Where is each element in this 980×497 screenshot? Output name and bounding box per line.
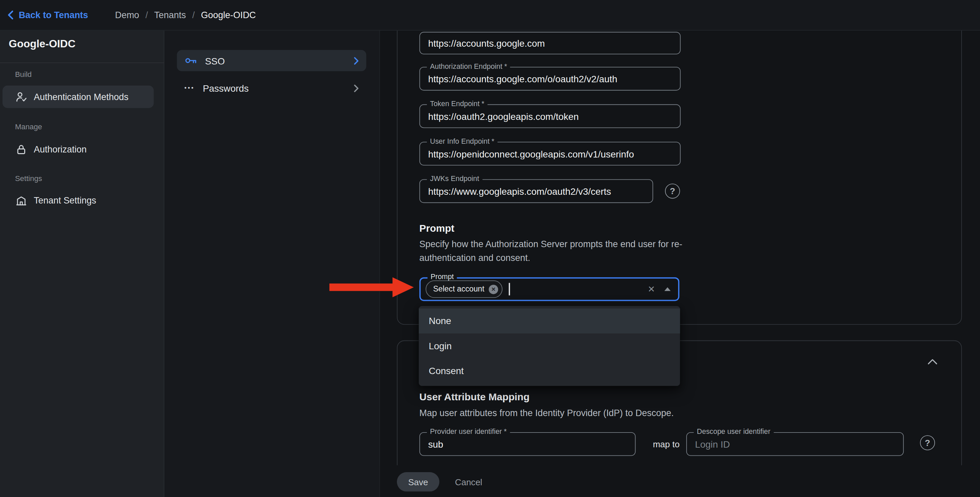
breadcrumb-separator: / — [146, 10, 148, 20]
authorization-endpoint-field[interactable]: Authorization Endpoint * — [419, 67, 681, 91]
map-to-label: map to — [647, 432, 686, 456]
user-info-endpoint-field[interactable]: User Info Endpoint * — [419, 142, 681, 165]
chevron-right-icon — [354, 56, 359, 65]
method-item-passwords[interactable]: ••• Passwords — [177, 78, 366, 99]
sidebar-item-authentication-methods[interactable]: Authentication Methods — [2, 86, 154, 108]
chevron-left-icon — [7, 11, 13, 19]
prompt-options-menu: None Login Consent — [419, 306, 680, 386]
sidebar-item-label: Tenant Settings — [33, 195, 96, 205]
back-to-tenants-button[interactable]: Back to Tenants — [7, 0, 88, 30]
lock-icon — [15, 143, 27, 156]
token-endpoint-field[interactable]: Token Endpoint * — [419, 105, 681, 128]
sidebar-item-label: Authentication Methods — [33, 92, 128, 102]
user-check-icon — [15, 91, 27, 103]
chip-remove-icon[interactable]: × — [488, 284, 498, 294]
sidebar-item-label: Authorization — [33, 144, 86, 154]
chevron-right-icon — [354, 84, 359, 92]
jwks-endpoint-input[interactable] — [420, 180, 653, 203]
help-icon[interactable]: ? — [920, 435, 935, 450]
breadcrumb-item-demo[interactable]: Demo — [115, 10, 139, 20]
prompt-combobox[interactable]: Prompt Select account × ✕ — [419, 277, 679, 301]
user-info-endpoint-input[interactable] — [420, 142, 680, 165]
collapse-chevron-icon[interactable] — [928, 358, 938, 365]
field-label: User Info Endpoint * — [427, 137, 497, 145]
cancel-button[interactable]: Cancel — [448, 472, 490, 492]
mapping-description: Map user attributes from the Identity Pr… — [419, 406, 745, 420]
dropdown-arrow-icon[interactable] — [664, 287, 671, 291]
sidebar-item-tenant-settings[interactable]: Tenant Settings — [2, 189, 154, 211]
topbar: Back to Tenants Demo / Tenants / Google-… — [0, 0, 980, 30]
breadcrumb-item-tenants[interactable]: Tenants — [154, 10, 186, 20]
sidebar-divider — [0, 62, 164, 63]
save-button[interactable]: Save — [397, 472, 439, 492]
field-label: JWKs Endpoint — [427, 175, 482, 183]
jwks-endpoint-field[interactable]: JWKs Endpoint — [419, 179, 653, 203]
building-icon — [15, 194, 27, 206]
back-to-tenants-label: Back to Tenants — [19, 10, 88, 20]
field-label: Descope user identifier — [694, 428, 773, 435]
prompt-description: Specify how the Authorization Server pro… — [419, 237, 694, 265]
descope-user-identifier-input[interactable] — [687, 433, 903, 455]
authorization-endpoint-input[interactable] — [420, 68, 680, 90]
descope-user-identifier-field[interactable]: Descope user identifier — [686, 432, 904, 456]
main-content: Authorization Endpoint * Token Endpoint … — [380, 30, 980, 497]
clear-icon[interactable]: ✕ — [648, 284, 655, 294]
field-label: Prompt — [428, 273, 457, 280]
text-cursor — [509, 283, 510, 295]
tenant-title: Google-OIDC — [9, 38, 75, 50]
field-label: Token Endpoint * — [427, 100, 487, 108]
breadcrumb: Demo / Tenants / Google-OIDC — [115, 0, 256, 30]
method-item-sso[interactable]: SSO — [177, 50, 366, 71]
footer-bar: Save Cancel — [380, 465, 980, 497]
breadcrumb-item-current: Google-OIDC — [201, 10, 256, 20]
dots-icon: ••• — [185, 85, 195, 91]
methods-panel: SSO ••• Passwords — [164, 30, 380, 497]
section-label-build: Build — [15, 70, 32, 79]
key-icon — [185, 54, 197, 67]
sidebar-item-authorization[interactable]: Authorization — [2, 138, 154, 160]
token-endpoint-input[interactable] — [420, 105, 680, 127]
provider-user-identifier-input[interactable] — [420, 433, 635, 455]
selected-value-chip[interactable]: Select account × — [425, 280, 503, 298]
prompt-heading: Prompt — [419, 223, 454, 234]
field-label: Provider user identifier * — [427, 428, 510, 435]
method-item-label: SSO — [205, 56, 225, 66]
issuer-input[interactable] — [420, 33, 680, 54]
method-item-label: Passwords — [203, 83, 249, 94]
option-consent[interactable]: Consent — [419, 358, 680, 383]
provider-user-identifier-field[interactable]: Provider user identifier * — [419, 432, 636, 456]
sso-config-card: Authorization Endpoint * Token Endpoint … — [397, 30, 962, 325]
issuer-field[interactable] — [419, 32, 681, 54]
section-label-manage: Manage — [15, 122, 42, 131]
chip-label: Select account — [433, 285, 484, 294]
option-none[interactable]: None — [419, 309, 680, 333]
mapping-heading: User Attribute Mapping — [419, 392, 530, 403]
sidebar: Google-OIDC Build Authentication Methods… — [0, 30, 164, 497]
option-login[interactable]: Login — [419, 333, 680, 358]
help-icon[interactable]: ? — [665, 184, 680, 199]
breadcrumb-separator: / — [192, 10, 194, 20]
app-window: Back to Tenants Demo / Tenants / Google-… — [0, 0, 980, 497]
field-label: Authorization Endpoint * — [427, 62, 510, 70]
section-label-settings: Settings — [15, 174, 42, 183]
